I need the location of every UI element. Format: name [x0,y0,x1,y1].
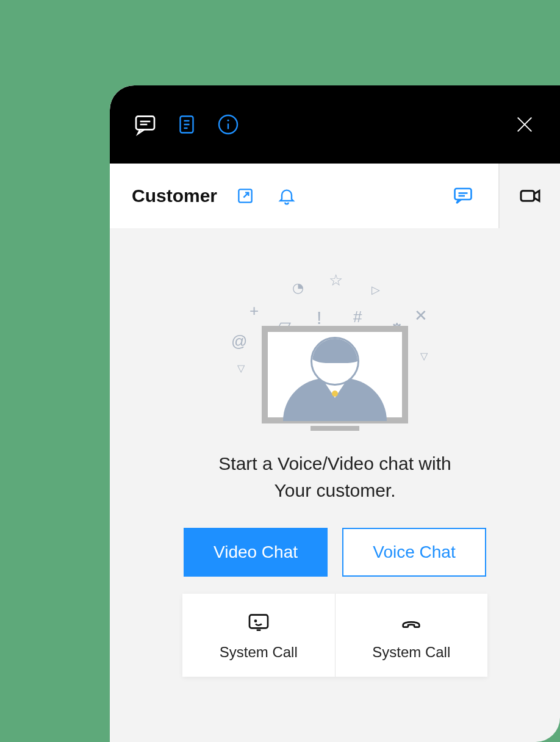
chat-bubble-icon[interactable] [132,111,159,138]
triangle-doodle-3: ▽ [237,362,245,374]
chat-panel: Customer [110,85,560,742]
info-icon[interactable] [215,111,242,138]
svg-rect-13 [455,189,472,200]
voice-chat-button[interactable]: Voice Chat [342,528,486,577]
action-buttons: Video Chat Voice Chat [184,528,486,577]
triangle-doodle-4: ▽ [420,350,428,362]
subheader-row: Customer [110,164,560,228]
system-call-card-2[interactable]: System Call [336,594,488,677]
phone-screen-icon [245,611,272,635]
titlebar [110,85,560,164]
content: @ + ◔ ☆ ▷ ! # ⚙ ✕ ▱ △ ▽ ▽ Start a Voice/… [110,228,560,742]
subheader: Customer [110,164,499,228]
person-avatar [277,337,393,416]
svg-rect-17 [249,615,268,629]
prompt-line-2: Your customer. [275,480,396,500]
bell-icon[interactable] [273,182,300,209]
svg-point-18 [255,621,256,622]
at-doodle: @ [231,332,247,351]
close-button[interactable] [511,111,538,138]
exclaim-doodle: ! [317,308,321,328]
phone-handset-icon [397,611,426,635]
prompt-line-1: Start a Voice/Video chat with [218,453,451,474]
prompt-message: Start a Voice/Video chat with Your custo… [218,450,451,503]
svg-point-9 [228,120,229,121]
illustration: @ + ◔ ☆ ▷ ! # ⚙ ✕ ▱ △ ▽ ▽ [225,253,445,436]
plus-doodle: + [249,301,259,320]
open-external-icon[interactable] [232,182,259,209]
svg-rect-16 [521,191,534,201]
video-tab[interactable] [499,164,560,228]
system-call-label-2: System Call [372,644,450,661]
triangle-doodle-1: ▷ [372,283,380,297]
titlebar-left [132,111,497,138]
clock-doodle: ◔ [292,280,304,296]
hash-doodle: # [353,308,362,326]
system-call-card-1[interactable]: System Call [182,594,336,677]
system-call-cards: System Call System Call [182,594,487,677]
star-doodle: ☆ [329,271,343,290]
tools-doodle: ✕ [414,306,428,325]
video-camera-icon [518,184,542,208]
chat-icon[interactable] [450,182,476,209]
notes-icon[interactable] [173,111,200,138]
system-call-label-1: System Call [220,644,298,661]
video-chat-button[interactable]: Video Chat [184,528,328,577]
monitor-stand [311,426,359,431]
customer-title: Customer [132,186,217,206]
subheader-left: Customer [132,182,435,209]
svg-rect-0 [136,117,154,130]
